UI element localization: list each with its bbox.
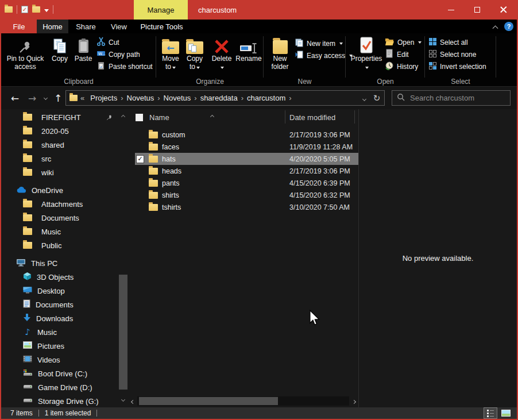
folder-icon[interactable]	[5, 6, 13, 13]
back-icon[interactable]: ←	[7, 87, 23, 109]
minimize-button[interactable]	[438, 0, 464, 20]
breadcrumb-overflow[interactable]: «	[78, 94, 87, 102]
column-divider[interactable]	[354, 110, 355, 124]
column-header-date-modified[interactable]: Date modified	[289, 113, 335, 122]
select-all-checkbox[interactable]	[136, 114, 143, 121]
open-button[interactable]: Open	[385, 36, 422, 48]
sidebar-item-shared[interactable]: shared	[1, 138, 118, 152]
tab-manage[interactable]: Manage	[134, 0, 188, 20]
file-row-faces[interactable]: faces11/9/2019 11:28 AM	[135, 141, 358, 153]
sidebar-item-storage-drive[interactable]: Storage Drive (G:)	[1, 394, 118, 407]
breadcrumb-item[interactable]: Novetus	[124, 94, 157, 102]
close-button[interactable]	[490, 0, 517, 20]
tab-file[interactable]: File	[1, 20, 37, 33]
sidebar-item-game-drive[interactable]: Game Drive (D:)	[1, 380, 118, 394]
file-row-heads[interactable]: heads2/17/2019 3:06 PM	[135, 165, 358, 177]
column-header-name[interactable]: Name	[149, 113, 169, 122]
rename-button[interactable]: Rename	[235, 35, 262, 63]
scroll-up-icon[interactable]	[118, 110, 128, 120]
select-none-button[interactable]: Select none	[428, 48, 486, 60]
search-input[interactable]	[410, 94, 496, 102]
copy-to-button[interactable]: Copy to	[183, 35, 206, 71]
recent-locations-icon[interactable]	[40, 87, 51, 109]
breadcrumb-item[interactable]: charcustom	[244, 94, 288, 102]
sidebar-item-music[interactable]: ♪ Music	[1, 325, 118, 339]
forward-icon[interactable]: →	[24, 87, 40, 109]
breadcrumb-item[interactable]: Projects	[87, 94, 120, 102]
sidebar-item-onedrive-music[interactable]: Music	[1, 225, 118, 238]
history-button[interactable]: History	[385, 60, 422, 72]
file-row-tshirts[interactable]: tshirts3/10/2020 7:50 AM	[135, 201, 358, 213]
sidebar-item-boot-drive[interactable]: Boot Drive (C:)	[1, 367, 118, 380]
help-icon[interactable]: ?	[504, 22, 513, 31]
ribbon-group-select: Select all Select none Invert selection …	[425, 33, 496, 87]
select-all-button[interactable]: Select all	[428, 36, 486, 48]
scroll-right-icon[interactable]	[349, 398, 358, 404]
sidebar-item-videos[interactable]: Videos	[1, 353, 118, 367]
sidebar-item-onedrive-documents[interactable]: Documents	[1, 211, 118, 225]
customize-qat-caret-icon[interactable]	[44, 9, 49, 12]
column-divider[interactable]	[285, 110, 285, 124]
move-to-button[interactable]: ← Move to	[159, 35, 182, 71]
copy-path-button[interactable]: W... Copy path	[96, 48, 153, 60]
cut-button[interactable]: Cut	[96, 36, 153, 48]
documents-icon	[23, 299, 30, 310]
properties-button[interactable]: Properties	[350, 35, 383, 71]
tab-view[interactable]: View	[103, 20, 134, 33]
sidebar-item-documents[interactable]: Documents	[1, 298, 118, 311]
sidebar-item-src[interactable]: src	[1, 152, 118, 165]
copy-button[interactable]: Copy	[48, 35, 71, 63]
item-count: 7 items	[10, 409, 33, 417]
delete-button[interactable]: Delete	[209, 35, 234, 71]
tab-picture-tools[interactable]: Picture Tools	[134, 20, 189, 33]
scroll-down-icon[interactable]	[118, 396, 128, 405]
sidebar-item-onedrive[interactable]: OneDrive	[1, 183, 118, 197]
refresh-icon[interactable]: ↻	[369, 90, 385, 106]
horizontal-scrollbar[interactable]	[128, 396, 358, 406]
breadcrumb-item[interactable]: Novetus	[161, 94, 194, 102]
address-bar[interactable]: « Projects› Novetus› Novetus› shareddata…	[65, 90, 370, 106]
sidebar-item-pictures[interactable]: Pictures	[1, 339, 118, 353]
sidebar-item-firefight[interactable]: FIREFIGHT	[1, 110, 118, 124]
sidebar-item-desktop[interactable]: Desktop	[1, 284, 118, 298]
sidebar-item-3d-objects[interactable]: 3D Objects	[1, 270, 118, 284]
scroll-left-icon[interactable]	[128, 398, 137, 404]
desktop-icon	[23, 287, 32, 295]
sidebar-item-2020-05[interactable]: 2020-05	[1, 124, 118, 138]
scrollbar-thumb[interactable]	[119, 275, 127, 390]
new-folder-button[interactable]: New folder	[267, 35, 293, 71]
sidebar-item-downloads[interactable]: Downloads	[1, 311, 118, 325]
new-item-button[interactable]: New item	[295, 37, 353, 49]
up-icon[interactable]: ↑	[51, 87, 65, 109]
minimize-ribbon-icon[interactable]	[493, 25, 498, 31]
sidebar-scrollbar[interactable]	[118, 109, 128, 407]
pin-to-quick-access-button[interactable]: Pin to Quick access	[3, 35, 47, 71]
thumbnails-view-button[interactable]	[500, 408, 512, 418]
details-view-button[interactable]	[484, 408, 497, 418]
sidebar-item-this-pc[interactable]: This PC	[1, 256, 118, 270]
maximize-button[interactable]	[464, 0, 490, 20]
tab-share[interactable]: Share	[68, 20, 103, 33]
folder-icon	[23, 114, 32, 121]
sidebar-item-public[interactable]: Public	[1, 238, 118, 252]
breadcrumb-item[interactable]: shareddata	[198, 94, 241, 102]
properties-check-icon[interactable]: ✓	[21, 6, 28, 13]
edit-button[interactable]: Edit	[385, 48, 422, 60]
file-row-hats[interactable]: ✓hats4/20/2020 5:05 PM	[135, 153, 358, 165]
sidebar-item-attachments[interactable]: Attachments	[1, 197, 118, 211]
easy-access-button[interactable]: Easy access	[295, 49, 353, 61]
sidebar-item-wiki[interactable]: wiki	[1, 165, 118, 179]
file-row-shirts[interactable]: shirts4/15/2020 6:32 PM	[135, 189, 358, 201]
paste-shortcut-button[interactable]: Paste shortcut	[96, 60, 153, 72]
scrollbar-thumb[interactable]	[139, 397, 278, 405]
paste-button[interactable]: Paste	[71, 35, 95, 63]
search-box[interactable]	[392, 90, 511, 106]
row-checkbox-checked[interactable]: ✓	[136, 155, 144, 163]
folder-icon[interactable]	[32, 6, 40, 13]
address-dropdown-icon[interactable]	[363, 94, 366, 102]
file-row-pants[interactable]: pants4/15/2020 6:39 PM	[135, 177, 358, 189]
file-row-custom[interactable]: custom2/17/2019 3:06 PM	[135, 129, 358, 141]
invert-selection-button[interactable]: Invert selection	[428, 60, 486, 72]
scrollbar-track[interactable]	[137, 396, 349, 406]
tab-home[interactable]: Home	[37, 20, 68, 33]
